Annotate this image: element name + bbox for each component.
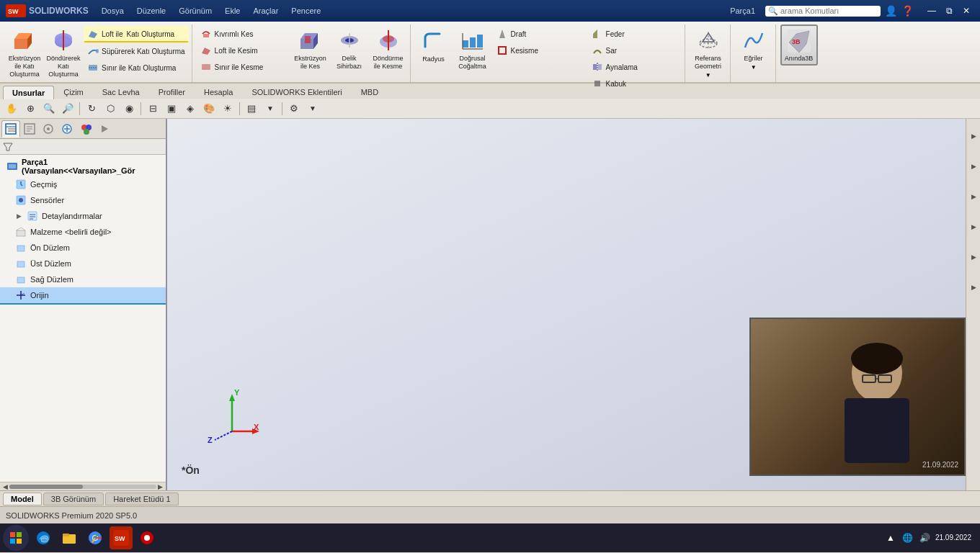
menu-duzenle[interactable]: Düzenle (131, 5, 172, 17)
boundary-cut-button[interactable]: Sınır ile Kesme (197, 59, 290, 75)
extrude-boss-button[interactable]: Ekstrüzyonile KatıOluşturma (6, 24, 43, 81)
ft-scroll-handle[interactable]: ◀ ▶ (0, 482, 166, 490)
rs-btn-3[interactable]: ▶ (968, 182, 979, 211)
tab-model[interactable]: Model (3, 493, 42, 505)
view-orient-icon[interactable]: ◉ (120, 101, 138, 117)
tab-3b-gorunum[interactable]: 3B Görünüm (43, 493, 104, 505)
tab-mbd[interactable]: MBD (352, 85, 388, 99)
ft-item-orijin[interactable]: Orijin (0, 287, 166, 305)
revolve-boss-button[interactable]: DöndürerekKatıOluşturma (45, 24, 82, 81)
ft-tab-play[interactable] (95, 120, 114, 138)
apply-scene-icon[interactable]: ▼ (262, 101, 279, 117)
ft-orijin-label: Orijin (30, 291, 49, 300)
ft-tab-feature-manager[interactable] (1, 120, 20, 138)
loft-boss-button[interactable]: Loft ile Katı Oluşturma (84, 26, 189, 42)
appearance-icon[interactable]: 🎨 (200, 101, 218, 117)
taskbar-time[interactable]: 21.09.2022 (935, 533, 977, 543)
menu-araclar[interactable]: Araçlar (247, 5, 284, 17)
edge-icon[interactable] (32, 526, 55, 549)
reference-geometry-button[interactable]: ReferansGeometri ▼ (690, 24, 727, 81)
tab-sac-levha[interactable]: Sac Levha (93, 85, 149, 99)
chrome-icon[interactable] (84, 526, 107, 549)
ft-item-gecmis[interactable]: Geçmiş (0, 176, 166, 192)
viewport-3d[interactable]: Y X Z *Ön (167, 119, 980, 490)
help-icon[interactable]: ❓ (901, 5, 914, 17)
tab-unsurlar[interactable]: Unsurlar (3, 86, 54, 99)
solidworks-taskbar-icon[interactable]: SW (110, 526, 133, 549)
search-input[interactable] (780, 6, 867, 15)
tab-hareket-etudu[interactable]: Hareket Etüdü 1 (105, 493, 179, 505)
svg-marker-13 (202, 48, 210, 55)
draft-button[interactable]: Draft (493, 26, 587, 42)
menu-goruntum[interactable]: Görünüm (173, 5, 218, 17)
tab-hesapla[interactable]: Hesapla (195, 85, 242, 99)
ft-item-sag-duzlem[interactable]: Sağ Düzlem (0, 271, 166, 287)
ft-item-on-duzlem[interactable]: Ön Düzlem (0, 240, 166, 256)
ft-tab-plus[interactable] (58, 120, 76, 138)
restore-button[interactable]: ⧉ (941, 4, 957, 17)
mirror-button[interactable]: Aynalama (588, 59, 682, 75)
fillet-button[interactable]: Radyus (415, 24, 453, 66)
rotate-view-icon[interactable]: ↻ (83, 101, 100, 117)
linear-pattern-button[interactable]: DoğrusalCoğaltma (454, 24, 491, 73)
close-button[interactable]: ✕ (958, 4, 974, 17)
ft-tab-appearance[interactable] (76, 120, 95, 138)
ft-item-sensorler[interactable]: Sensörler (0, 192, 166, 208)
scale-button[interactable]: Kabuk (588, 76, 682, 91)
record-icon[interactable] (135, 526, 159, 549)
loft-cut-button[interactable]: Loft ile Kesim (197, 42, 290, 58)
sweep-boss-button[interactable]: Süpürerek Katı Oluşturma (84, 43, 189, 59)
curves-button[interactable]: Eğriler ▼ (735, 24, 772, 73)
instant3d-button[interactable]: 3B Anında3B (780, 24, 818, 66)
ft-item-detay[interactable]: ▶ Detaylandırmalar (0, 208, 166, 224)
boundary-boss-button[interactable]: Sınır ile Katı Oluşturma (84, 60, 189, 76)
feature-tree-content[interactable]: Parça1 (Varsayılan<<Varsayılan>_Gör Geçm… (0, 155, 166, 482)
section-view-icon[interactable]: ⊟ (144, 101, 161, 117)
hole-wizard-button[interactable]: DelikSihirbazı (331, 24, 368, 73)
standard-views-icon[interactable]: ⬡ (102, 101, 119, 117)
scene-icon[interactable]: ☀ (219, 101, 236, 117)
scroll-left-arrow[interactable]: ◀ (1, 483, 9, 490)
minimize-button[interactable]: — (924, 4, 940, 17)
display-pane-icon[interactable]: ▤ (243, 101, 260, 117)
volume-icon[interactable]: 🔊 (918, 531, 932, 545)
view-settings-icon[interactable]: ⚙ (285, 101, 303, 117)
zoom-out-icon[interactable]: 🔎 (59, 101, 76, 117)
revolve-cut-button[interactable]: Döndürmeile Kesme (370, 24, 407, 73)
rs-btn-5[interactable]: ▶ (968, 243, 979, 271)
file-explorer-icon[interactable] (58, 526, 81, 549)
wrap-button[interactable]: Sar (588, 42, 682, 58)
shell-button[interactable]: Kesisme (493, 42, 587, 58)
menu-pencere[interactable]: Pencere (285, 5, 326, 17)
menu-dosya[interactable]: Dosya (96, 5, 130, 17)
user-icon[interactable]: 👤 (885, 5, 897, 17)
ft-root-item[interactable]: Parça1 (Varsayılan<<Varsayılan>_Gör (0, 156, 166, 176)
ft-item-malzeme[interactable]: Malzeme <belirli değil> (0, 224, 166, 240)
ft-item-ust-duzlem[interactable]: Üst Düzlem (0, 256, 166, 271)
network-icon[interactable]: 🌐 (901, 531, 915, 545)
rs-btn-4[interactable]: ▶ (968, 212, 979, 241)
display-style-icon[interactable]: ▣ (163, 101, 180, 117)
zoom-in-icon[interactable]: 🔍 (40, 101, 58, 117)
sys-tray-icon[interactable]: ▲ (883, 531, 898, 545)
menu-ekle[interactable]: Ekle (219, 5, 246, 17)
pan-icon[interactable]: ✋ (3, 101, 20, 117)
rib-button[interactable]: Feder (588, 26, 682, 42)
tab-cizim[interactable]: Çizim (54, 85, 93, 99)
hide-show-icon[interactable]: ◈ (182, 101, 199, 117)
tab-eklentiler[interactable]: SOLIDWORKS Eklentileri (242, 85, 351, 99)
search-box[interactable]: 🔍 (765, 6, 881, 17)
rs-btn-1[interactable]: ▶ (968, 122, 979, 150)
tab-profiller[interactable]: Profiller (149, 85, 195, 99)
rs-btn-2[interactable]: ▶ (968, 152, 979, 181)
zoom-to-fit-icon[interactable]: ⊕ (22, 101, 39, 117)
curl-cut-button[interactable]: Kıvrımlı Kes (197, 26, 290, 42)
rs-btn-6[interactable]: ▶ (968, 273, 979, 302)
scroll-right-arrow[interactable]: ▶ (156, 483, 164, 490)
view-settings-dropdown-icon[interactable]: ▼ (304, 101, 321, 117)
ft-tab-property[interactable] (20, 120, 39, 138)
extrude-cut-button[interactable]: Ekstrüzyonile Kes (292, 24, 329, 73)
ft-tab-config[interactable] (39, 120, 58, 138)
svg-rect-102 (63, 534, 69, 536)
start-button[interactable] (3, 525, 29, 551)
